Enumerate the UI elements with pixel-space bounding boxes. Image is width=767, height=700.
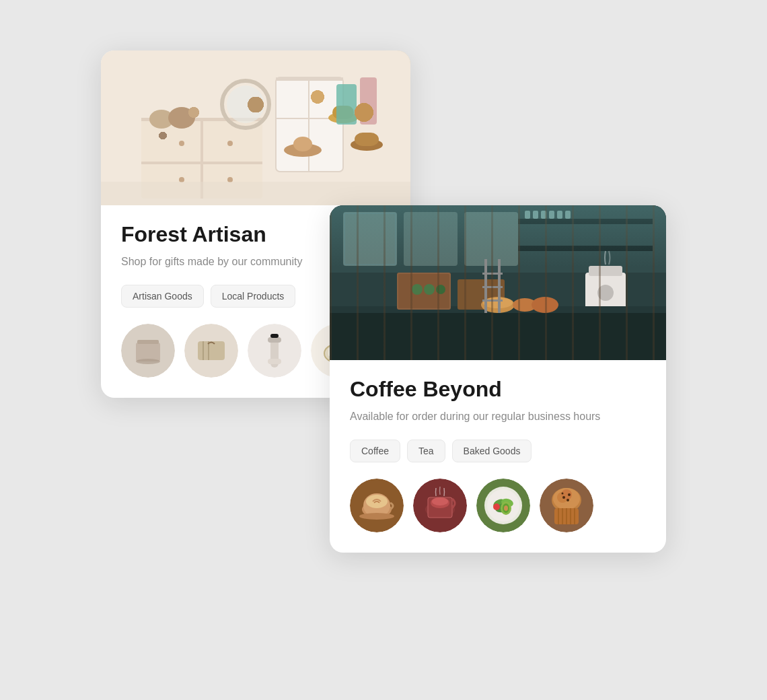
svg-point-112 — [562, 493, 564, 495]
svg-rect-32 — [198, 341, 225, 360]
svg-point-92 — [432, 497, 448, 505]
card-2-title-text: Coffee Beyond — [350, 377, 502, 401]
svg-point-74 — [483, 298, 513, 308]
card-2-tags: Coffee Tea Baked Goods — [350, 440, 646, 462]
svg-rect-24 — [336, 84, 357, 125]
svg-rect-53 — [464, 212, 518, 266]
svg-rect-50 — [343, 212, 397, 266]
svg-point-22 — [351, 139, 383, 151]
svg-point-76 — [532, 297, 558, 313]
svg-rect-21 — [332, 106, 354, 119]
card-2-body: Coffee Beyond Available for order during… — [330, 360, 666, 553]
svg-rect-55 — [518, 246, 653, 251]
svg-rect-66 — [330, 306, 666, 313]
svg-rect-0 — [101, 50, 410, 205]
svg-rect-14 — [308, 81, 309, 172]
svg-point-110 — [568, 493, 571, 496]
svg-point-101 — [504, 505, 508, 511]
coffee-beyond-card: Coffee Beyond Available for order during… — [330, 205, 666, 553]
tag-baked-goods[interactable]: Baked Goods — [452, 440, 532, 462]
product-thumb-salad[interactable] — [476, 479, 530, 532]
svg-rect-80 — [482, 286, 503, 288]
svg-point-86 — [359, 513, 394, 520]
svg-rect-48 — [330, 205, 666, 360]
svg-rect-81 — [482, 300, 503, 302]
svg-point-20 — [328, 112, 358, 123]
tag-coffee[interactable]: Coffee — [350, 440, 400, 462]
svg-rect-23 — [355, 133, 379, 146]
card-2-products — [350, 479, 646, 532]
svg-rect-62 — [585, 273, 626, 326]
svg-rect-57 — [533, 211, 538, 219]
card-2-description-text: Available for order during our regular b… — [350, 411, 600, 422]
svg-point-64 — [597, 285, 614, 301]
svg-point-72 — [436, 285, 445, 294]
svg-point-102 — [493, 503, 500, 510]
svg-rect-68 — [398, 274, 449, 308]
svg-rect-3 — [200, 121, 203, 199]
svg-rect-54 — [518, 219, 653, 224]
tag-local-products[interactable]: Local Products — [211, 285, 296, 308]
svg-rect-1 — [141, 118, 262, 199]
artisan-shop-image — [101, 50, 410, 205]
svg-rect-52 — [404, 212, 458, 266]
card-2-image — [330, 205, 666, 360]
svg-rect-63 — [589, 266, 622, 276]
svg-rect-51 — [344, 213, 396, 265]
svg-rect-19 — [293, 137, 312, 151]
svg-rect-49 — [330, 205, 666, 273]
svg-point-109 — [562, 496, 565, 499]
svg-rect-38 — [268, 359, 281, 364]
svg-point-30 — [136, 359, 160, 364]
coffee-shop-image — [330, 205, 666, 360]
product-thumb-coffee[interactable] — [350, 479, 404, 532]
svg-rect-78 — [498, 259, 501, 313]
svg-point-18 — [284, 143, 322, 157]
svg-point-73 — [481, 297, 515, 313]
svg-point-70 — [412, 284, 423, 295]
svg-rect-12 — [276, 77, 343, 172]
svg-point-111 — [567, 499, 569, 501]
svg-point-16 — [222, 81, 269, 128]
svg-point-7 — [227, 141, 233, 146]
card-1-image — [101, 50, 410, 205]
svg-rect-28 — [136, 343, 160, 361]
svg-point-71 — [424, 284, 435, 295]
product-thumb-1[interactable] — [121, 324, 175, 378]
svg-rect-58 — [541, 211, 546, 219]
product-thumb-2[interactable] — [184, 324, 238, 378]
svg-rect-26 — [101, 182, 410, 205]
svg-rect-15 — [276, 118, 343, 119]
product-thumb-3[interactable] — [248, 324, 301, 378]
product-thumb-muffin[interactable] — [540, 479, 593, 532]
svg-rect-60 — [557, 211, 562, 219]
svg-point-11 — [168, 107, 195, 129]
svg-point-17 — [227, 85, 264, 123]
svg-rect-39 — [270, 334, 279, 338]
svg-rect-4 — [141, 162, 200, 164]
svg-rect-69 — [458, 279, 505, 310]
svg-rect-13 — [276, 77, 343, 81]
svg-rect-77 — [484, 259, 487, 313]
svg-rect-79 — [482, 273, 503, 275]
tag-artisan-goods[interactable]: Artisan Goods — [121, 285, 204, 308]
product-thumb-tea[interactable] — [413, 479, 467, 532]
svg-point-9 — [227, 177, 233, 182]
svg-rect-25 — [360, 77, 377, 125]
card-2-title: Coffee Beyond — [350, 376, 646, 402]
svg-rect-56 — [525, 211, 530, 219]
svg-rect-65 — [330, 310, 666, 360]
svg-point-6 — [179, 141, 184, 146]
svg-rect-59 — [549, 211, 554, 219]
svg-point-75 — [513, 298, 537, 312]
svg-rect-67 — [397, 273, 451, 310]
svg-rect-37 — [268, 337, 281, 343]
svg-point-8 — [179, 177, 184, 182]
svg-rect-5 — [203, 162, 262, 164]
svg-rect-2 — [141, 118, 262, 121]
svg-point-10 — [149, 110, 174, 129]
tag-tea[interactable]: Tea — [407, 440, 445, 462]
svg-rect-29 — [137, 340, 159, 344]
svg-rect-61 — [565, 211, 571, 219]
card-2-description: Available for order during our regular b… — [350, 409, 646, 425]
